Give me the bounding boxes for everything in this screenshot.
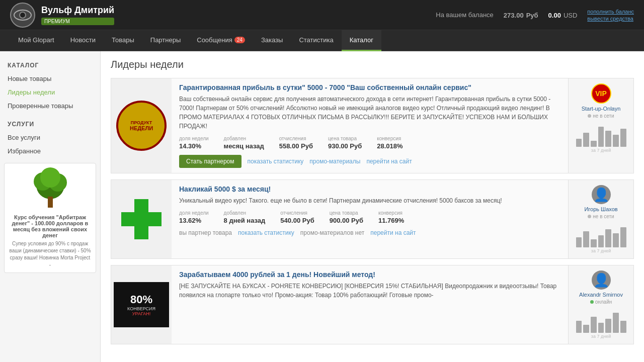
stat-price-2: цена товара 900.00 Руб: [330, 210, 363, 224]
svg-rect-4: [48, 197, 53, 208]
sidebar-item-weekly-leaders[interactable]: Лидеры недели: [0, 85, 100, 99]
topup-link[interactable]: пополнить баланс: [587, 9, 634, 15]
product-thumb-1: ПРОДУКТ НЕДЕЛИ: [111, 78, 172, 173]
product-desc-1: Ваш собственный онлайн сервис для получе…: [179, 95, 560, 131]
avatar-icon-2: 👤: [593, 187, 609, 203]
main-layout: КАТАЛОГ Новые товары Лидеры недели Прове…: [0, 51, 644, 362]
seller-name-1[interactable]: Start-up-Onlayn: [582, 106, 621, 112]
sidebar-ad-image: [28, 167, 73, 213]
seller-chart-2: [576, 222, 626, 247]
become-partner-btn-1[interactable]: Стать партнером: [179, 155, 242, 168]
status-dot-3: [590, 300, 594, 304]
partner-text-2: вы партнер товара: [179, 229, 232, 236]
status-dot-1: [588, 114, 591, 118]
user-name: Вульф Дмитрий: [41, 5, 114, 16]
svg-point-3: [40, 167, 60, 188]
stat-conversion-1: конверсия 28.018%: [377, 136, 403, 150]
product-body-1: Гарантированная прибыль в сутки" 5000 - …: [172, 78, 568, 173]
product-card-2: Накликай 5000 $ за месяц! Уникальный вид…: [111, 179, 634, 259]
stat-commission-1: отчисления 558.00 Руб: [279, 136, 313, 150]
sidebar-ad-text: Супер условия до 90% с продаж ваши (дина…: [9, 240, 92, 268]
balance-rub-value: 273.00: [504, 12, 524, 19]
logo-icon: [10, 3, 35, 28]
logo-area: Вульф Дмитрий ПРЕМИУМ: [10, 3, 121, 28]
chart-label-1: за 7 дней: [591, 148, 611, 153]
show-stats-link-1[interactable]: показать статистику: [248, 158, 304, 165]
premium-badge: ПРЕМИУМ: [41, 18, 114, 25]
seller-avatar-3: 👤: [592, 270, 611, 290]
product-title-3[interactable]: Зарабатываем 4000 рублей за 1 день! Нове…: [179, 270, 560, 279]
seller-status-text-3: онлайн: [595, 299, 612, 305]
vip-badge: VIP: [591, 83, 611, 104]
sidebar-item-favorites[interactable]: Избранное: [0, 144, 100, 158]
balance-label: На вашем балансе: [436, 11, 494, 19]
nav-item-messages[interactable]: Сообщения 24: [189, 30, 253, 51]
promo-link-1[interactable]: промо-материалы: [309, 158, 360, 165]
balance-usd: 0.00 USD: [548, 10, 578, 20]
product-stats-2: доля недели 13.62% добавлен 8 дней назад…: [179, 210, 560, 224]
nav-item-partners[interactable]: Партнеры: [142, 30, 189, 51]
seller-chart-1: [576, 122, 626, 147]
content-area: Лидеры недели ПРОДУКТ НЕДЕЛИ Гарантирова…: [101, 51, 644, 362]
product-title-1[interactable]: Гарантированная прибыль в сутки" 5000 - …: [179, 83, 560, 92]
stat-added-1: добавлен месяц назад: [224, 136, 264, 150]
sidebar-catalog-title: КАТАЛОГ: [0, 59, 100, 72]
seller-name-2[interactable]: Игорь Шахов: [584, 206, 617, 212]
nav-item-orders[interactable]: Заказы: [253, 30, 291, 51]
product-title-2[interactable]: Накликай 5000 $ за месяц!: [179, 185, 560, 193]
stat-price-1: цена товара 930.00 Руб: [328, 136, 362, 150]
seller-avatar-2: 👤: [592, 185, 611, 204]
nav-item-products[interactable]: Товары: [104, 30, 142, 51]
stat-conversion-2: конверсия 11.769%: [378, 210, 404, 224]
seller-status-3: онлайн: [590, 299, 612, 305]
messages-badge: 24: [234, 37, 245, 43]
nav-item-catalog[interactable]: Каталог: [342, 30, 381, 51]
sidebar: КАТАЛОГ Новые товары Лидеры недели Прове…: [0, 51, 101, 362]
nav-bar: Мой Glopart Новости Товары Партнеры Сооб…: [0, 30, 644, 51]
nav-item-myglopart[interactable]: Мой Glopart: [10, 30, 62, 51]
sidebar-services-title: УСЛУГИ: [0, 118, 100, 131]
sidebar-ad[interactable]: Курс обучения "Арбитраж денег" - 100.000…: [4, 163, 96, 273]
balance-links: пополнить баланс вывести средства: [587, 9, 634, 22]
product-stats-1: доля недели 14.30% добавлен месяц назад …: [179, 136, 560, 150]
top-bar: Вульф Дмитрий ПРЕМИУМ На вашем балансе 2…: [0, 0, 644, 30]
nav-item-news[interactable]: Новости: [62, 30, 104, 51]
product-thumb-3: 80% КОНВЕРСИЯ УРАГАН!: [111, 265, 172, 344]
product-actions-1: Стать партнером показать статистику пром…: [179, 155, 560, 168]
product-image-3: 80% КОНВЕРСИЯ УРАГАН!: [114, 282, 169, 327]
product-image-1: ПРОДУКТ НЕДЕЛИ: [116, 101, 167, 151]
balance-rub: 273.00 Руб: [504, 10, 538, 20]
product-card-1: ПРОДУКТ НЕДЕЛИ Гарантированная прибыль в…: [111, 78, 634, 173]
avatar-icon-3: 👤: [593, 273, 609, 288]
status-dot-2: [588, 215, 591, 218]
withdraw-link[interactable]: вывести средства: [587, 16, 634, 22]
seller-status-2: не в сети: [588, 214, 614, 219]
page-title: Лидеры недели: [111, 59, 634, 70]
product-body-2: Накликай 5000 $ за месяц! Уникальный вид…: [172, 180, 568, 258]
no-promo-text-2: промо-материалов нет: [300, 229, 364, 236]
product-seller-2: 👤 Игорь Шахов не в сети за 7 дней: [568, 180, 633, 258]
product-actions-2: вы партнер товара показать статистику пр…: [179, 229, 560, 236]
sidebar-item-all-services[interactable]: Все услуги: [0, 131, 100, 144]
chart-label-3: за 7 дней: [591, 334, 611, 339]
sidebar-item-verified[interactable]: Проверенные товары: [0, 99, 100, 113]
stat-commission-2: отчисления 540.00 Руб: [280, 210, 314, 224]
user-info: Вульф Дмитрий ПРЕМИУМ: [41, 5, 114, 25]
show-stats-link-2[interactable]: показать статистику: [238, 229, 294, 236]
eye-icon: [14, 10, 32, 21]
stat-share-1: доля недели 14.30%: [179, 136, 209, 150]
seller-name-3[interactable]: Alexandr Smirnov: [579, 292, 623, 298]
stat-share-2: доля недели 13.62%: [179, 210, 209, 224]
seller-status-text-1: не в сети: [593, 113, 614, 119]
nav-item-stats[interactable]: Статистика: [291, 30, 341, 51]
balance-usd-value: 0.00: [548, 12, 561, 19]
messages-label: Сообщения: [197, 36, 232, 44]
chart-label-2: за 7 дней: [591, 248, 611, 253]
balance-usd-currency: USD: [564, 12, 577, 19]
product-seller-3: 👤 Alexandr Smirnov онлайн за 7 дней: [568, 265, 633, 344]
visit-site-link-2[interactable]: перейти на сайт: [370, 229, 416, 236]
stat-added-2: добавлен 8 дней назад: [224, 210, 266, 224]
visit-site-link-1[interactable]: перейти на сайт: [366, 158, 412, 165]
product-desc-2: Уникальный видео курс! Такого. еще не бы…: [179, 196, 560, 205]
sidebar-item-new-products[interactable]: Новые товары: [0, 72, 100, 85]
